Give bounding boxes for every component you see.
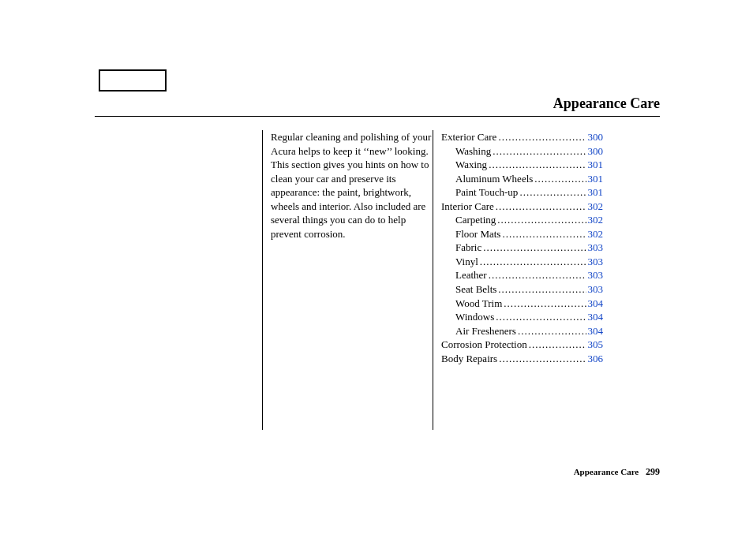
header-box — [99, 69, 167, 91]
toc-row: Waxing301 — [441, 158, 603, 172]
toc-page-link[interactable]: 304 — [588, 310, 604, 324]
toc-leader-dots — [498, 130, 586, 144]
toc-row: Floor Mats302 — [441, 227, 603, 241]
toc-label: Fabric — [455, 241, 481, 255]
toc-leader-dots — [489, 268, 586, 282]
footer-page-number: 299 — [646, 466, 660, 477]
toc-page-link[interactable]: 301 — [588, 158, 604, 172]
toc-page-link[interactable]: 303 — [588, 282, 604, 297]
toc-label: Carpeting — [455, 213, 496, 227]
page-title: Appearance Care — [95, 94, 660, 117]
toc-label: Vinyl — [455, 255, 478, 269]
toc-page-link[interactable]: 302 — [588, 213, 604, 227]
toc-page-link[interactable]: 303 — [588, 268, 604, 282]
toc-row: Washing300 — [441, 144, 603, 159]
toc-row: Wood Trim304 — [441, 297, 603, 311]
toc-label: Aluminum Wheels — [455, 172, 533, 186]
toc-row: Aluminum Wheels301 — [441, 172, 603, 186]
toc-label: Floor Mats — [455, 227, 500, 241]
page-footer: Appearance Care 299 — [574, 465, 660, 478]
toc-label: Corrosion Protection — [441, 338, 527, 352]
toc-page-link[interactable]: 300 — [588, 144, 604, 159]
toc-leader-dots — [497, 213, 586, 227]
toc-row: Leather303 — [441, 268, 603, 282]
toc-leader-dots — [529, 338, 586, 352]
toc-row: Seat Belts303 — [441, 282, 603, 297]
toc-page-link[interactable]: 304 — [588, 297, 604, 311]
toc-page-link[interactable]: 301 — [588, 185, 604, 200]
page-container: Appearance Care Regular cleaning and pol… — [0, 0, 753, 560]
toc-leader-dots — [480, 255, 586, 269]
toc-leader-dots — [502, 227, 586, 241]
toc-row: Paint Touch-up301 — [441, 185, 603, 200]
toc-row: Fabric303 — [441, 241, 603, 255]
toc-label: Exterior Care — [441, 130, 496, 144]
toc-row: Vinyl303 — [441, 255, 603, 269]
toc-leader-dots — [519, 185, 586, 200]
toc-page-link[interactable]: 301 — [588, 172, 604, 186]
toc-label: Washing — [455, 144, 491, 159]
toc-label: Leather — [455, 268, 487, 282]
toc-page-link[interactable]: 306 — [588, 352, 604, 366]
toc-leader-dots — [518, 324, 586, 338]
toc-row: Carpeting302 — [441, 213, 603, 227]
toc-row: Windows304 — [441, 310, 603, 324]
toc-row: Body Repairs306 — [441, 352, 603, 366]
toc-leader-dots — [483, 241, 586, 255]
toc-label: Body Repairs — [441, 352, 497, 366]
toc-label: Paint Touch-up — [455, 185, 518, 200]
toc-leader-dots — [499, 352, 586, 366]
toc-leader-dots — [489, 158, 586, 172]
intro-text: Regular cleaning and polishing of your A… — [271, 130, 433, 241]
toc-page-link[interactable]: 302 — [588, 227, 604, 241]
toc-leader-dots — [534, 172, 586, 186]
toc-column: Exterior Care300Washing300Waxing301Alumi… — [433, 130, 603, 430]
toc-leader-dots — [504, 297, 586, 311]
toc-label: Waxing — [455, 158, 487, 172]
toc-page-link[interactable]: 304 — [588, 324, 604, 338]
toc-leader-dots — [496, 200, 586, 214]
content-columns: Regular cleaning and polishing of your A… — [262, 130, 603, 430]
toc-label: Air Fresheners — [455, 324, 516, 338]
toc-leader-dots — [493, 144, 586, 159]
toc-page-link[interactable]: 303 — [588, 255, 604, 269]
toc-row: Interior Care302 — [441, 200, 603, 214]
footer-section-label: Appearance Care — [574, 467, 639, 476]
toc-label: Interior Care — [441, 200, 494, 214]
toc-page-link[interactable]: 305 — [588, 338, 604, 352]
toc-page-link[interactable]: 303 — [588, 241, 604, 255]
toc-page-link[interactable]: 302 — [588, 200, 604, 214]
toc-row: Corrosion Protection305 — [441, 338, 603, 352]
intro-column: Regular cleaning and polishing of your A… — [262, 130, 433, 430]
toc-row: Exterior Care300 — [441, 130, 603, 144]
toc-leader-dots — [496, 310, 586, 324]
toc-page-link[interactable]: 300 — [588, 130, 604, 144]
toc-label: Windows — [455, 310, 494, 324]
toc-label: Seat Belts — [455, 282, 496, 297]
toc-label: Wood Trim — [455, 297, 502, 311]
toc-leader-dots — [498, 282, 586, 297]
toc-row: Air Fresheners304 — [441, 324, 603, 338]
